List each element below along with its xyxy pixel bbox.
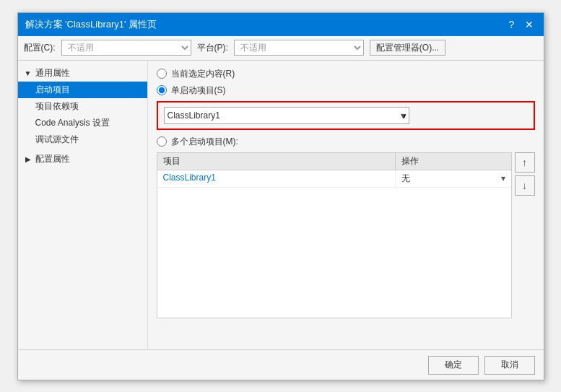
table-side-buttons: ↑ ↓ xyxy=(515,152,535,318)
config-group: ▶ 配置属性 xyxy=(18,149,147,169)
col-project-header: 项目 xyxy=(157,153,396,170)
action-cell: 无 ▾ xyxy=(396,170,511,187)
right-panel: 当前选定内容(R) 单启动项目(S) ClassLibrary1 ▾ xyxy=(148,61,544,349)
multiple-startup-text: 多个启动项目(M): xyxy=(171,136,238,148)
properties-dialog: 解决方案 'ClassLibrary1' 属性页 ? ✕ 配置(C): 不适用 … xyxy=(17,12,544,380)
ok-button[interactable]: 确定 xyxy=(428,356,479,375)
config-group-header[interactable]: ▶ 配置属性 xyxy=(18,151,147,167)
platform-label: 平台(P): xyxy=(197,42,228,54)
down-arrow-icon: ↓ xyxy=(522,180,527,191)
project-cell: ClassLibrary1 xyxy=(157,170,396,187)
col-action-header: 操作 xyxy=(396,153,511,170)
projects-table: 项目 操作 ClassLibrary1 无 ▾ xyxy=(157,152,512,318)
config-select[interactable]: 不适用 xyxy=(61,40,191,56)
general-group-label: 通用属性 xyxy=(35,67,70,79)
tree-item-dependencies-label: 项目依赖项 xyxy=(35,101,79,111)
config-expand-icon: ▶ xyxy=(24,154,32,163)
current-selection-label[interactable]: 当前选定内容(R) xyxy=(157,68,235,80)
tree-item-debug-source-label: 调试源文件 xyxy=(35,134,79,144)
single-startup-row: 单启动项目(S) xyxy=(157,84,535,97)
platform-select[interactable]: 不适用 xyxy=(234,40,364,56)
tree-item-code-analysis-label: Code Analysis 设置 xyxy=(35,118,110,128)
current-selection-row: 当前选定内容(R) xyxy=(157,68,535,80)
dropdown-arrow-icon: ▾ xyxy=(401,110,406,121)
single-startup-box: ClassLibrary1 ▾ xyxy=(157,101,535,130)
current-selection-radio[interactable] xyxy=(157,69,167,79)
main-content: ▼ 通用属性 启动项目 项目依赖项 Code Analysis 设置 调试源文件 xyxy=(18,61,544,349)
single-startup-text: 单启动项目(S) xyxy=(171,84,226,97)
title-bar: 解决方案 'ClassLibrary1' 属性页 ? ✕ xyxy=(18,13,544,36)
table-header: 项目 操作 xyxy=(157,153,511,170)
general-group-header[interactable]: ▼ 通用属性 xyxy=(18,65,147,82)
multiple-startup-section: 多个启动项目(M): 项目 操作 ClassLibrary1 无 xyxy=(157,136,535,318)
action-dropdown-icon: ▾ xyxy=(501,173,505,183)
general-group: ▼ 通用属性 启动项目 项目依赖项 Code Analysis 设置 调试源文件 xyxy=(18,64,147,149)
multiple-table-container: 项目 操作 ClassLibrary1 无 ▾ xyxy=(157,152,535,318)
multiple-startup-radio[interactable] xyxy=(157,136,167,147)
config-manager-button[interactable]: 配置管理器(O)... xyxy=(370,40,445,56)
action-value: 无 xyxy=(401,173,410,185)
table-row[interactable]: ClassLibrary1 无 ▾ xyxy=(157,170,511,188)
move-up-button[interactable]: ↑ xyxy=(515,152,535,173)
general-expand-icon: ▼ xyxy=(24,69,32,77)
startup-project-select[interactable]: ClassLibrary1 xyxy=(164,107,409,124)
left-panel: ▼ 通用属性 启动项目 项目依赖项 Code Analysis 设置 调试源文件 xyxy=(18,61,148,349)
dialog-title: 解决方案 'ClassLibrary1' 属性页 xyxy=(25,18,157,31)
title-bar-buttons: ? ✕ xyxy=(505,17,536,32)
multiple-startup-row: 多个启动项目(M): xyxy=(157,136,535,148)
help-button[interactable]: ? xyxy=(505,17,519,32)
config-group-label: 配置属性 xyxy=(35,153,70,165)
single-startup-radio[interactable] xyxy=(157,85,167,95)
up-arrow-icon: ↑ xyxy=(522,157,527,168)
config-label: 配置(C): xyxy=(24,42,56,54)
current-selection-text: 当前选定内容(R) xyxy=(171,68,235,80)
multiple-startup-label[interactable]: 多个启动项目(M): xyxy=(157,136,238,148)
startup-select-wrapper: ClassLibrary1 ▾ xyxy=(164,107,409,124)
single-startup-label[interactable]: 单启动项目(S) xyxy=(157,84,226,97)
tree-item-startup-label: 启动项目 xyxy=(35,84,70,95)
table-empty-area xyxy=(157,188,511,318)
tree-item-debug-source[interactable]: 调试源文件 xyxy=(18,131,147,148)
cancel-button[interactable]: 取消 xyxy=(484,356,535,375)
move-down-button[interactable]: ↓ xyxy=(515,175,535,196)
close-button[interactable]: ✕ xyxy=(522,17,536,32)
toolbar: 配置(C): 不适用 平台(P): 不适用 配置管理器(O)... xyxy=(18,36,544,61)
bottom-bar: 确定 取消 xyxy=(18,349,544,380)
tree-item-code-analysis[interactable]: Code Analysis 设置 xyxy=(18,115,147,131)
tree-item-dependencies[interactable]: 项目依赖项 xyxy=(18,98,147,115)
tree-item-startup[interactable]: 启动项目 xyxy=(18,82,147,98)
